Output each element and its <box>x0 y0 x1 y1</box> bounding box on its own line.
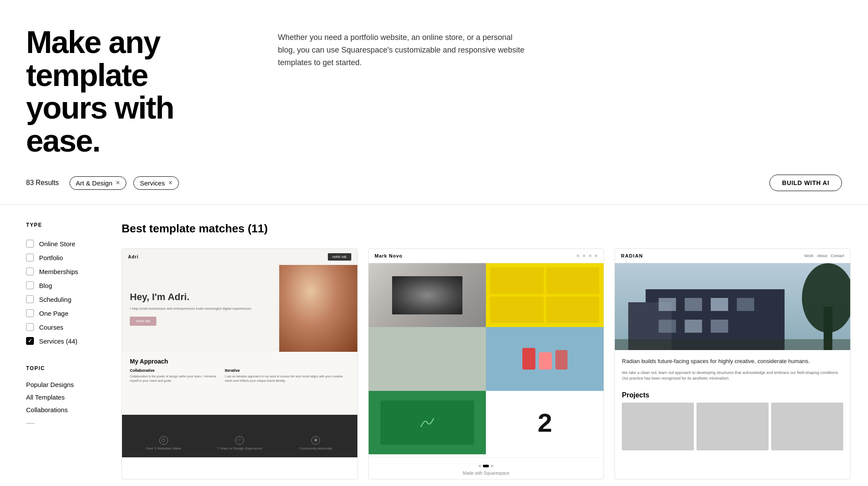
marknovo-pattern-number: 2 <box>538 408 552 438</box>
adri-nav-btn: HIRE ME <box>328 253 351 261</box>
adri-stat-icon-1: ⬡ <box>159 436 168 445</box>
type-filter-memberships[interactable]: Memberships <box>26 264 87 278</box>
adri-hero-photo <box>279 265 357 352</box>
topic-list: Popular Designs All Templates Collaborat… <box>26 378 87 416</box>
filter-tag-services[interactable]: Services × <box>133 176 179 190</box>
topic-section: TOPIC Popular Designs All Templates Coll… <box>26 365 87 424</box>
topic-section-title: TOPIC <box>26 365 87 371</box>
checkbox-label-one-page: One Page <box>39 310 69 317</box>
type-filter-blog[interactable]: Blog <box>26 278 87 292</box>
type-filter-one-page[interactable]: One Page <box>26 306 87 320</box>
template-card-marknovo[interactable]: Mark Novo <box>368 248 604 479</box>
radian-logo: Radian <box>621 253 643 258</box>
adri-approach-iter-title: Iterative <box>225 368 350 373</box>
type-filter-online-store[interactable]: Online Store <box>26 237 87 251</box>
marknovo-logo: Mark Novo <box>375 253 403 258</box>
dot-3 <box>491 465 493 467</box>
filter-tag-art-design[interactable]: Art & Design × <box>69 176 127 190</box>
radian-projects-grid <box>615 403 850 450</box>
marknovo-photo-grid: 2 <box>369 263 604 454</box>
svg-rect-5 <box>659 298 676 311</box>
radian-proj-label-3: The Pla... <box>828 456 843 458</box>
marknovo-yellow-card-3 <box>490 297 543 323</box>
adri-bottom-content: ⬡ Over 5 Websites Made ♡ 7 Years of Desi… <box>129 419 350 457</box>
adri-hero: Hey, I'm Adri. I help small businesses a… <box>122 265 357 352</box>
filter-label: Art & Design <box>76 179 112 187</box>
marknovo-product-3 <box>555 350 568 370</box>
template-radian-preview: Radian Work About Contact <box>615 249 850 457</box>
adri-hero-text: Hey, I'm Adri. I help small businesses a… <box>122 265 279 352</box>
marknovo-yellow-card-4 <box>546 297 599 323</box>
marknovo-cell-gray <box>369 327 486 391</box>
template-grid: Adri HIRE ME Hey, I'm Adri. I help small… <box>122 248 851 479</box>
type-filter-scheduling[interactable]: Scheduling <box>26 292 87 306</box>
adri-approach-collab-body: Collaboration is the power of design wit… <box>130 374 220 383</box>
adri-approach-iter-body: I use an iterative approach in my work t… <box>225 374 350 383</box>
adri-stat-3: ❋ Community Advocate <box>281 419 350 457</box>
topic-all-templates[interactable]: All Templates <box>26 391 87 403</box>
checkbox-online-store[interactable] <box>26 240 34 248</box>
type-filter-portfolio[interactable]: Portfolio <box>26 251 87 264</box>
checkbox-services[interactable] <box>26 337 34 345</box>
checkbox-scheduling[interactable] <box>26 295 34 303</box>
adri-bottom-stats: ⬡ Over 5 Websites Made ♡ 7 Years of Desi… <box>122 415 357 457</box>
marknovo-cell-pattern: 2 <box>486 391 604 455</box>
adri-approach-items: Collaborative Collaboration is the power… <box>130 368 350 383</box>
build-with-ai-button[interactable]: BUILD WITH AI <box>769 175 842 191</box>
marknovo-green-inner <box>380 400 475 445</box>
filter-remove-art-design[interactable]: × <box>116 179 120 186</box>
adri-hero-heading: Hey, I'm Adri. <box>130 291 271 303</box>
gallery-section: Best template matches (11) Adri HIRE ME <box>104 205 868 486</box>
results-count: 83 Results <box>26 179 59 187</box>
type-filter-courses[interactable]: Courses <box>26 320 87 334</box>
adri-stat-1: ⬡ Over 5 Websites Made <box>129 419 198 457</box>
checkbox-one-page[interactable] <box>26 309 34 317</box>
marknovo-yellow-card-1 <box>490 268 543 294</box>
adri-approach-section: My Approach Collaborative Collaboration … <box>122 352 357 415</box>
adri-stat-label-1: Over 5 Websites Made <box>146 446 181 450</box>
marknovo-nav-icons <box>577 255 597 257</box>
adri-top-bar: Adri HIRE ME <box>122 249 357 265</box>
marknovo-footer: Made with Squarespace <box>369 457 604 479</box>
sidebar: TYPE Online Store Portfolio Memberships … <box>0 205 104 486</box>
template-card-adri[interactable]: Adri HIRE ME Hey, I'm Adri. I help small… <box>122 248 358 479</box>
marknovo-cell-blue <box>486 327 604 391</box>
template-marknovo-preview: Mark Novo <box>369 249 604 457</box>
radian-proj-label-2: Greenplanning <box>729 456 752 458</box>
marknovo-product-1 <box>522 348 535 370</box>
checkbox-memberships[interactable] <box>26 268 34 275</box>
marknovo-product-2 <box>539 352 552 370</box>
adri-approach-collaborative: Collaborative Collaboration is the power… <box>130 368 220 383</box>
marknovo-yellow-items <box>486 263 604 327</box>
checkbox-blog[interactable] <box>26 281 34 289</box>
topic-popular-designs[interactable]: Popular Designs <box>26 378 87 391</box>
topic-collaborations[interactable]: Collaborations <box>26 403 87 416</box>
filter-remove-services[interactable]: × <box>168 179 172 186</box>
adri-stat-label-3: Community Advocate <box>299 446 332 450</box>
svg-rect-12 <box>615 339 850 350</box>
radian-tagline: Radian builds future-facing spaces for h… <box>615 350 850 370</box>
radian-project-1 <box>622 403 694 450</box>
radian-project-2 <box>696 403 769 450</box>
radian-project-labels: The Cultural Center Greenplanning The Pl… <box>615 453 850 458</box>
radian-project-3 <box>771 403 843 450</box>
checkbox-portfolio[interactable] <box>26 254 34 261</box>
radian-proj-label-1: The Cultural Center <box>622 456 652 458</box>
hero-description-block: Whether you need a portfolio website, an… <box>278 26 530 69</box>
adri-approach-heading: My Approach <box>130 358 350 365</box>
radian-hero-photo <box>615 263 850 350</box>
type-filter-services[interactable]: Services (44) <box>26 334 87 348</box>
marknovo-blue-products <box>519 344 571 373</box>
marknovo-cell-bw <box>369 263 486 327</box>
checkbox-courses[interactable] <box>26 323 34 331</box>
checkbox-label-portfolio: Portfolio <box>39 254 63 261</box>
svg-rect-9 <box>659 320 676 333</box>
green-svg <box>419 414 436 431</box>
adri-stat-icon-3: ❋ <box>311 436 320 445</box>
template-card-radian[interactable]: Radian Work About Contact <box>614 248 851 479</box>
sidebar-divider <box>26 423 35 424</box>
checkbox-label-courses: Courses <box>39 324 63 331</box>
marknovo-nav-dot-2 <box>583 255 585 257</box>
marknovo-nav-dot-1 <box>577 255 579 257</box>
checkbox-label-blog: Blog <box>39 282 52 289</box>
